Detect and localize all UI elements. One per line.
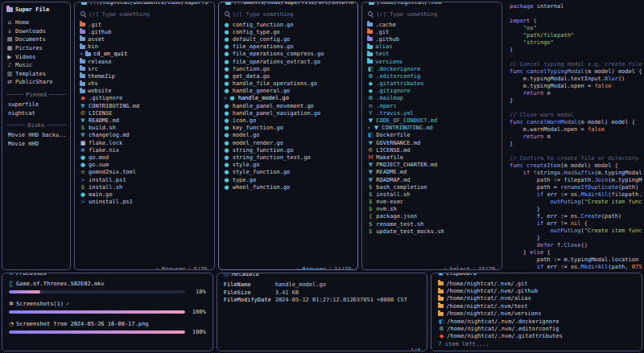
panel-path: ...uments/code/superfile/src/internal [223,2,353,6]
file-row[interactable]: versions [367,58,497,65]
sidebar-disk-item[interactable]: Movie HHD [6,140,66,149]
file-row[interactable]: ⚙.editorconfig [367,72,497,80]
file-row[interactable]: >uninstall.ps1 [80,199,209,206]
refresh-icon: ↻ [9,273,14,277]
file-row[interactable]: ▼PROJECT_CHARTER.md [367,162,497,169]
file-row[interactable]: ◆.gitignore [367,88,497,95]
file-row[interactable]: ●style_function.go [224,169,353,176]
file-row[interactable]: ●file_operations.go [224,43,353,51]
file-row[interactable]: ▼GOVERNANCE.md [367,139,497,146]
file-row[interactable]: ●go.sum [80,162,209,169]
file-row[interactable]: ©LICENSE.md [367,146,497,154]
file-row[interactable]: ●file_operations_extract.go [224,58,353,65]
file-row[interactable]: ◆.gitignore [80,95,209,102]
file-row[interactable]: bin [80,43,209,51]
process-row[interactable]: ⣟Game.of.Thrones.S02E02.mkv18% [9,280,206,295]
file-row[interactable]: ▼changelog.md [80,132,209,139]
file-row[interactable]: .github [80,28,209,35]
file-row[interactable]: ▼CODE_OF_CONDUCT.md [367,117,497,124]
file-row[interactable]: MMakefile [367,154,497,161]
file-row[interactable]: vhs [80,80,209,88]
sidebar-item-publicshare[interactable]: ⇄PublicShare [6,78,66,87]
file-row[interactable]: ▼ROADMAP.md [367,176,497,183]
file-row[interactable]: ●model.go [224,132,353,139]
search-input[interactable]: (/) Type something [224,10,353,18]
file-row[interactable]: $install.sh [367,191,497,198]
file-row[interactable]: $build.sh [80,125,209,132]
file-row[interactable]: $rename_test.sh [367,220,497,228]
sidebar-item-home[interactable]: ⌂Home [6,18,66,27]
file-row[interactable]: ●wheel_function.go [224,183,353,191]
file-row[interactable]: .github [367,35,497,43]
file-row[interactable]: themeZip [80,72,209,80]
file-row[interactable]: website [80,88,209,95]
sidebar-item-documents[interactable]: ▤Documents [6,35,66,44]
file-row[interactable]: ▼README.md [367,169,497,176]
file-row[interactable]: alias [367,43,497,51]
file-row[interactable]: .git [367,28,497,35]
process-row[interactable]: ✻Screenshots(1)✓100% [9,300,206,315]
file-row[interactable]: ›cd_on_quit [80,51,209,58]
file-row[interactable]: ▼README.md [80,117,209,124]
file-row[interactable]: ●file_operations_compress.go [224,51,353,58]
file-row[interactable]: ≡gomod2nix.toml [80,169,209,176]
file-row[interactable]: ›●handle_model.go [224,95,353,102]
file-row[interactable]: $install.sh [80,183,209,191]
file-row[interactable]: ●config_type.go [224,28,353,35]
file-row[interactable]: ●default_config.go [224,35,353,43]
file-row[interactable]: ●key_function.go [224,125,353,132]
file-row[interactable]: ◧.dockerignore [367,65,497,72]
file-row[interactable]: ◆.gitattributes [367,80,497,88]
file-row[interactable]: ⚙.mailmap [367,95,497,102]
sidebar-item-templates[interactable]: ▥Templates [6,70,66,79]
search-input[interactable]: (/) Type something [80,10,209,18]
file-row[interactable]: $nvm.sh [367,206,497,213]
file-row[interactable]: ●get_data.go [224,72,353,80]
file-row[interactable]: src [80,65,209,72]
file-row[interactable]: ■flake.lock [80,139,209,146]
file-row[interactable]: $bash_completion [367,183,497,191]
file-row[interactable]: .cache [367,21,497,28]
file-row[interactable]: >install.ps1 [80,176,209,183]
file-row[interactable]: ●config_function.go [224,21,353,28]
check-icon: ✓ [66,301,69,307]
file-row[interactable]: ●style.go [224,162,353,169]
file-row[interactable]: $update_test_mocks.sh [367,228,497,235]
file-row[interactable]: ●type.go [224,176,353,183]
file-row[interactable]: ●model_render.go [224,139,353,146]
file-row[interactable]: ●handle_general.go [224,88,353,95]
file-row[interactable]: {package.json [367,213,497,220]
progress-fill [9,310,185,314]
process-row[interactable]: ◔Screenshot from 2024-05-26 16-08-17.png… [9,320,206,335]
file-row[interactable]: test [367,51,497,58]
file-row[interactable]: ›▼CONTRIBUTING.md [367,125,497,132]
file-row[interactable]: ▼CONTRIBUTING.md [80,102,209,109]
sidebar-item-videos[interactable]: ▶Videos [6,52,66,61]
sidebar-disk-item[interactable]: Movie HHD backu... [6,131,66,140]
file-row[interactable]: ●string_function_test.go [224,154,353,161]
file-row[interactable]: ❄flake.nix [80,146,209,154]
file-row[interactable]: ●handle_panel_navigation.go [224,109,353,117]
file-row[interactable]: ●function.go [224,65,353,72]
file-row[interactable]: n.npmrc [367,102,497,109]
file-row[interactable]: ●handle_file_operations.go [224,80,353,88]
file-row[interactable]: Y.travis.yml [367,109,497,117]
file-row[interactable]: release [80,58,209,65]
file-row[interactable]: ●go.mod [80,154,209,161]
sidebar-pinned-nightcat[interactable]: nightcat [6,109,66,117]
file-row[interactable]: .git [80,21,209,28]
file-row[interactable]: ●string_function.go [224,146,353,154]
file-row[interactable]: ●icon.go [224,117,353,124]
file-row[interactable]: ●handle_panel_movement.go [224,102,353,109]
sidebar-item-pictures[interactable]: ▦Pictures [6,44,66,53]
file-row[interactable]: ◧Dockerfile [367,132,497,139]
file-row[interactable]: $nvm-exec [367,199,497,206]
file-row[interactable]: ©LICENSE [80,109,209,117]
sidebar-pinned-superfile[interactable]: superfile [6,101,66,109]
sidebar-item-music[interactable]: ♪Music [6,61,66,70]
file-row[interactable]: asset [80,35,209,43]
file-row[interactable]: ●main.go [80,191,209,198]
file-name: gomod2nix.toml [89,169,136,175]
search-input[interactable]: (/) Type something [367,10,497,18]
sidebar-item-downloads[interactable]: ↓Downloads [6,27,66,36]
